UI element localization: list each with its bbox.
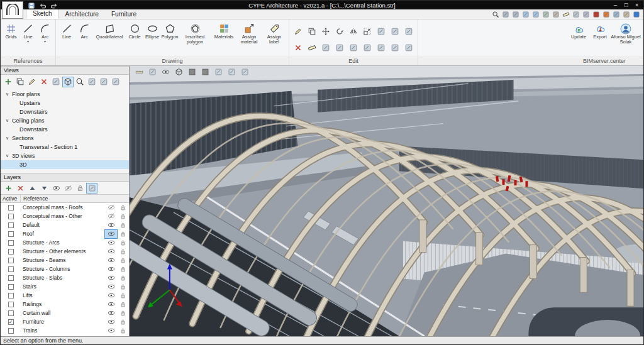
view-tree-item-downstairs[interactable]: Downstairs <box>1 125 129 134</box>
ribbon-item-grids[interactable]: Grids <box>3 21 19 40</box>
minimize-button[interactable]: – <box>610 1 621 9</box>
zoom-previous-icon[interactable] <box>531 10 540 19</box>
layer-visibility-toggle[interactable] <box>105 204 117 212</box>
layer-lock-toggle[interactable] <box>117 300 129 309</box>
layer-lock-toggle[interactable] <box>117 212 129 221</box>
layer-lock-toggle[interactable] <box>117 292 129 300</box>
view-tree-item-sections[interactable]: ∨Sections <box>1 134 129 143</box>
trim-icon[interactable] <box>402 25 415 38</box>
layer-row-railings[interactable]: Railings <box>1 300 129 309</box>
view-tree-item-transversal-section-1[interactable]: Transversal - Section 1 <box>1 143 129 151</box>
viewport-3d[interactable] <box>130 66 643 336</box>
units-icon[interactable] <box>612 10 621 19</box>
layer-active-checkbox[interactable] <box>8 302 14 307</box>
collapse-arrow-icon[interactable]: ∨ <box>4 153 10 158</box>
maximize-button[interactable]: □ <box>621 1 631 9</box>
align-icon[interactable] <box>361 41 374 54</box>
orbit-icon[interactable] <box>552 10 560 19</box>
layer-visibility-toggle[interactable] <box>105 212 117 221</box>
pan-icon[interactable] <box>511 10 520 19</box>
divide-icon[interactable] <box>333 41 346 54</box>
view-tree-item-floor-plans[interactable]: ∨Floor plans <box>1 90 129 99</box>
search-icon[interactable] <box>491 10 500 19</box>
ribbon-item-inscribed-polygon[interactable]: Inscribed polygon <box>179 21 211 45</box>
layer-lock-toggle[interactable] <box>117 274 129 282</box>
layer-row-structure-slabs[interactable]: Structure - Slabs <box>1 273 129 282</box>
layer-row-structure-columns[interactable]: Structure - Columns <box>1 265 129 273</box>
bimserver-user[interactable]: Afonso Miguel Solak <box>611 21 641 45</box>
copy-icon[interactable] <box>306 25 318 38</box>
update-element-icon[interactable] <box>402 41 415 54</box>
show-all-icon[interactable] <box>50 183 62 194</box>
ribbon-item-update[interactable]: Update <box>568 21 589 40</box>
layer-lock-toggle[interactable] <box>117 239 129 247</box>
layer-row-trains[interactable]: Trains <box>1 326 129 335</box>
view-tree-item-downstairs[interactable]: Downstairs <box>1 107 129 116</box>
field-view-icon[interactable] <box>501 10 510 19</box>
layer-row-structure-arcs[interactable]: Structure - Arcs <box>1 238 129 247</box>
capture-icon[interactable] <box>86 77 97 87</box>
zoom-extents-icon[interactable] <box>74 77 86 87</box>
layer-active-checkbox[interactable] <box>8 214 14 219</box>
layer-lock-toggle[interactable] <box>117 230 129 238</box>
collapse-arrow-icon[interactable]: ∨ <box>4 136 10 141</box>
intersect-icon[interactable] <box>389 41 401 54</box>
layer-lock-toggle[interactable] <box>117 248 129 256</box>
layer-active-checkbox[interactable] <box>8 249 14 255</box>
ribbon-item-line[interactable]: Line▾ <box>19 21 36 43</box>
collapse-arrow-icon[interactable]: ∨ <box>4 92 10 97</box>
protractor-icon[interactable] <box>147 67 158 77</box>
tab-sketch[interactable]: Sketch <box>26 9 59 19</box>
layer-lock-toggle[interactable] <box>117 327 129 335</box>
add-layer-icon[interactable] <box>3 183 14 194</box>
layer-visibility-toggle[interactable] <box>105 230 117 238</box>
scale-icon[interactable] <box>361 25 374 38</box>
layer-row-curtain-wall[interactable]: Curtain wall <box>1 309 129 317</box>
red-swatch-icon[interactable] <box>199 67 211 77</box>
layer-row-structure-beams[interactable]: Structure - Beams <box>1 256 129 265</box>
layer-visibility-toggle[interactable] <box>105 327 117 335</box>
ribbon-item-export[interactable]: Export <box>589 21 611 40</box>
ribbon-item-circle[interactable]: Circle <box>126 21 143 40</box>
ribbon-item-materials[interactable]: Materials <box>211 21 236 40</box>
view-tree-item-3d-views[interactable]: ∨3D views <box>1 151 129 160</box>
print-view-icon[interactable] <box>98 77 109 87</box>
ribbon-item-ellipse[interactable]: Ellipse <box>143 21 161 40</box>
layer-visibility-toggle[interactable] <box>105 318 117 326</box>
ribbon-item-assign-label[interactable]: Assign label <box>262 21 287 45</box>
layer-lock-toggle[interactable] <box>117 221 129 229</box>
delete-layer-icon[interactable] <box>14 183 26 194</box>
ribbon-item-line[interactable]: Line <box>58 21 75 40</box>
layer-visibility-toggle[interactable] <box>105 292 117 300</box>
new-view-icon[interactable] <box>3 77 14 87</box>
layer-visibility-toggle[interactable] <box>105 283 117 291</box>
ribbon-item-quadrilateral[interactable]: Quadrilateral <box>93 21 126 40</box>
layer-active-checkbox[interactable] <box>8 240 14 246</box>
redraw-icon[interactable] <box>541 10 550 19</box>
layer-active-checkbox[interactable] <box>8 328 14 334</box>
layer-active-checkbox[interactable] <box>8 275 14 281</box>
language-icon[interactable] <box>602 10 611 19</box>
help-icon[interactable] <box>632 10 641 19</box>
layer-lock-toggle[interactable] <box>117 204 129 212</box>
layer-active-checkbox[interactable] <box>8 258 14 263</box>
layer-row-conceptual-mass-roofs[interactable]: Conceptual mass - Roofs <box>1 203 129 212</box>
layer-lock-toggle[interactable] <box>117 265 129 273</box>
camera-icon[interactable] <box>226 67 237 77</box>
view-configuration-icon[interactable] <box>50 77 62 87</box>
layer-row-lifts[interactable]: Lifts <box>1 291 129 300</box>
collapse-arrow-icon[interactable]: ∨ <box>4 118 10 123</box>
print-icon[interactable] <box>572 10 580 19</box>
layer-active-checkbox[interactable] <box>8 231 14 237</box>
delete-view-icon[interactable] <box>38 77 50 87</box>
app-menu-button[interactable] <box>2 1 23 19</box>
layer-active-checkbox[interactable]: ✓ <box>8 319 14 325</box>
layer-lock-toggle[interactable] <box>117 256 129 265</box>
layer-active-checkbox[interactable] <box>8 266 14 272</box>
layer-active-checkbox[interactable] <box>8 293 14 298</box>
section-icon[interactable] <box>213 67 224 77</box>
layer-active-checkbox[interactable] <box>8 310 14 316</box>
layer-active-checkbox[interactable] <box>8 205 14 211</box>
zoom-window-icon[interactable] <box>521 10 530 19</box>
join-icon[interactable] <box>347 41 360 54</box>
